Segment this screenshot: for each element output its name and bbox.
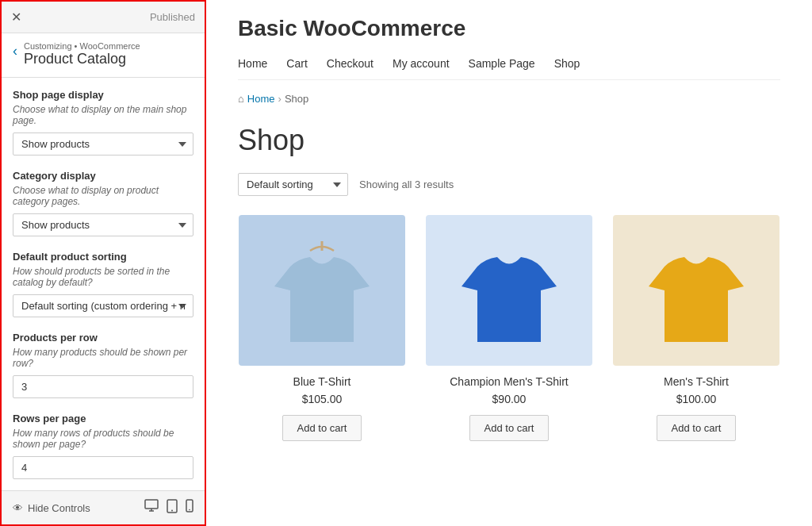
nav-shop[interactable]: Shop [554, 57, 580, 70]
svg-point-6 [189, 509, 190, 511]
shop-page-display-desc: Choose what to display on the main shop … [13, 104, 193, 126]
rows-per-page-section: Rows per page How many rows of products … [13, 413, 193, 479]
products-per-row-label: Products per row [13, 332, 193, 344]
product-name-2: Men's T-Shirt [664, 375, 729, 388]
product-price-1: $90.00 [492, 393, 527, 405]
shop-page-display-section: Shop page display Choose what to display… [13, 89, 193, 155]
product-price-2: $100.00 [676, 393, 717, 405]
nav-my-account[interactable]: My account [393, 57, 450, 70]
eye-icon: 👁 [13, 502, 23, 514]
category-display-desc: Choose what to display on product catego… [13, 185, 193, 207]
product-image-2 [613, 215, 779, 366]
product-price-0: $105.00 [302, 393, 343, 405]
hide-controls-button[interactable]: 👁 Hide Controls [13, 502, 90, 514]
products-per-row-section: Products per row How many products shoul… [13, 332, 193, 398]
mobile-icon[interactable] [186, 499, 193, 516]
panel-title: Product Catalog [24, 51, 140, 67]
nav-checkout[interactable]: Checkout [327, 57, 373, 70]
rows-per-page-input[interactable] [13, 456, 193, 479]
rows-per-page-desc: How many rows of products should be show… [13, 428, 193, 450]
add-to-cart-button-2[interactable]: Add to cart [657, 415, 737, 441]
product-name-1: Champion Men's T-Shirt [450, 375, 568, 388]
product-card-1: Champion Men's T-Shirt $90.00 Add to car… [425, 215, 593, 441]
shop-page-display-select[interactable]: Show products Show categories Show categ… [13, 132, 193, 155]
panel-header: ✕ Published [2, 2, 205, 33]
category-display-select[interactable]: Show products Show categories Show categ… [13, 213, 193, 236]
products-grid: Blue T-Shirt $105.00 Add to cart Champio… [238, 215, 780, 441]
hide-controls-label: Hide Controls [28, 502, 90, 514]
rows-per-page-label: Rows per page [13, 413, 193, 424]
product-name-0: Blue T-Shirt [293, 375, 351, 388]
product-card-2: Men's T-Shirt $100.00 Add to cart [612, 215, 780, 441]
sort-select[interactable]: Default sorting Popularity Average ratin… [238, 173, 348, 196]
product-card-0: Blue T-Shirt $105.00 Add to cart [238, 215, 406, 441]
back-button[interactable]: ‹ [13, 43, 17, 60]
shop-heading: Shop [238, 124, 780, 157]
category-display-section: Category display Choose what to display … [13, 170, 193, 236]
svg-rect-0 [145, 500, 158, 509]
product-image-1 [426, 215, 592, 366]
default-sorting-select[interactable]: Default sorting (custom ordering + na Po… [13, 294, 193, 317]
shop-toolbar: Default sorting Popularity Average ratin… [238, 173, 780, 196]
customizer-panel: ✕ Published ‹ Customizing • WooCommerce … [0, 0, 206, 526]
panel-content: Shop page display Choose what to display… [2, 78, 205, 490]
products-per-row-input[interactable] [13, 375, 193, 398]
site-preview: Basic WooCommerce Home Cart Checkout My … [206, 0, 812, 526]
results-count: Showing all 3 results [359, 179, 454, 190]
add-to-cart-button-0[interactable]: Add to cart [282, 415, 362, 441]
breadcrumb: ⌂ Home › Shop [238, 93, 780, 105]
home-icon: ⌂ [238, 93, 244, 105]
panel-footer: 👁 Hide Controls [2, 490, 205, 524]
site-title: Basic WooCommerce [238, 16, 780, 41]
shop-page-display-label: Shop page display [13, 89, 193, 101]
desktop-icon[interactable] [144, 499, 159, 516]
breadcrumb-shop: Shop [285, 93, 308, 105]
tablet-icon[interactable] [167, 499, 178, 516]
product-image-0 [239, 215, 405, 366]
default-sorting-section: Default product sorting How should produ… [13, 251, 193, 317]
breadcrumb-home[interactable]: Home [247, 93, 275, 105]
category-display-label: Category display [13, 170, 193, 182]
breadcrumb-separator: › [278, 93, 282, 105]
default-sorting-label: Default product sorting [13, 251, 193, 263]
nav-sample-page[interactable]: Sample Page [469, 57, 535, 70]
panel-title-area: ‹ Customizing • WooCommerce Product Cata… [2, 33, 205, 78]
nav-cart[interactable]: Cart [286, 57, 307, 70]
svg-point-4 [171, 510, 173, 512]
navigation-bar: Home Cart Checkout My account Sample Pag… [238, 57, 780, 80]
publish-status: Published [150, 11, 195, 23]
add-to-cart-button-1[interactable]: Add to cart [469, 415, 550, 441]
nav-home[interactable]: Home [238, 57, 267, 70]
products-per-row-desc: How many products should be shown per ro… [13, 347, 193, 369]
device-icons-group [144, 499, 193, 516]
close-icon[interactable]: ✕ [11, 10, 21, 25]
default-sorting-desc: How should products be sorted in the cat… [13, 266, 193, 288]
panel-breadcrumb: Customizing • WooCommerce [24, 41, 140, 51]
